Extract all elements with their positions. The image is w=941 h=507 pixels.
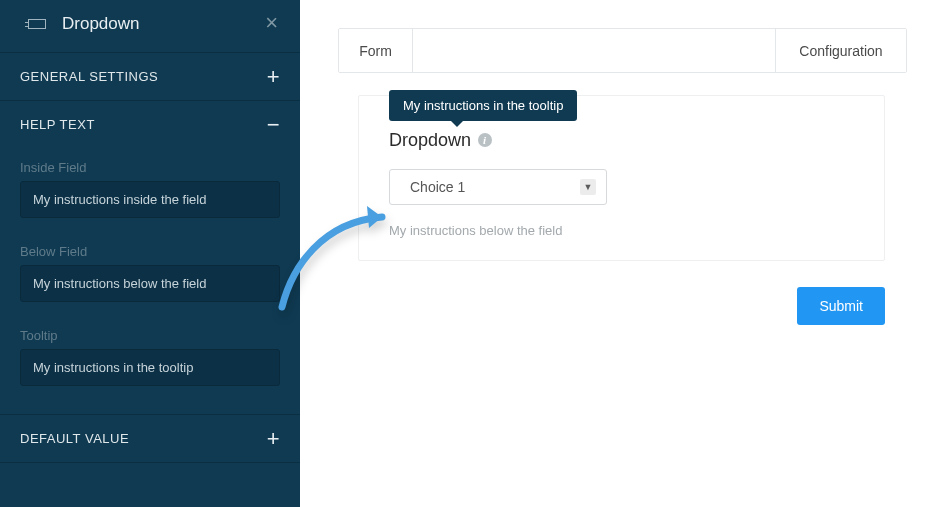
- expand-icon: +: [267, 70, 280, 84]
- info-icon[interactable]: i: [478, 133, 492, 147]
- below-field-label: Below Field: [0, 232, 300, 265]
- submit-button[interactable]: Submit: [797, 287, 885, 325]
- collapse-icon: −: [267, 118, 280, 132]
- dropdown-field-label: Dropdown: [389, 130, 471, 151]
- section-default-label: DEFAULT VALUE: [20, 431, 129, 446]
- section-default-header[interactable]: DEFAULT VALUE +: [0, 415, 300, 462]
- tab-bar: Form Configuration: [338, 28, 907, 73]
- section-help-text: HELP TEXT − Inside Field Below Field Too…: [0, 100, 300, 414]
- tab-form[interactable]: Form: [339, 29, 413, 72]
- tab-configuration[interactable]: Configuration: [776, 29, 906, 72]
- settings-sidebar: Dropdown × GENERAL SETTINGS + HELP TEXT …: [0, 0, 300, 507]
- section-general: GENERAL SETTINGS +: [0, 52, 300, 100]
- form-card: My instructions in the tooltip Dropdown …: [358, 95, 885, 261]
- tooltip-text: My instructions in the tooltip: [403, 98, 563, 113]
- inside-field-input[interactable]: [20, 181, 280, 218]
- tooltip-bubble: My instructions in the tooltip: [389, 90, 577, 121]
- sidebar-header: Dropdown ×: [0, 0, 300, 52]
- section-general-label: GENERAL SETTINGS: [20, 69, 158, 84]
- main-panel: Form Configuration My instructions in th…: [300, 0, 941, 507]
- section-default-value: DEFAULT VALUE +: [0, 414, 300, 463]
- tooltip-field-label: Tooltip: [0, 316, 300, 349]
- section-help-header[interactable]: HELP TEXT −: [0, 101, 300, 148]
- dropdown-selected-value: Choice 1: [410, 179, 465, 195]
- field-header: Dropdown i: [389, 130, 854, 151]
- tooltip-field-input[interactable]: [20, 349, 280, 386]
- inside-field-label: Inside Field: [0, 148, 300, 181]
- tab-spacer: [413, 29, 776, 72]
- below-field-input[interactable]: [20, 265, 280, 302]
- expand-icon: +: [267, 432, 280, 446]
- dropdown-select[interactable]: Choice 1 ▼: [389, 169, 607, 205]
- section-help-label: HELP TEXT: [20, 117, 95, 132]
- below-field-help-text: My instructions below the field: [389, 223, 854, 238]
- chevron-down-icon: ▼: [580, 179, 596, 195]
- sidebar-title: Dropdown: [62, 14, 140, 34]
- close-icon[interactable]: ×: [265, 10, 278, 36]
- field-type-icon: [28, 19, 46, 29]
- section-general-header[interactable]: GENERAL SETTINGS +: [0, 53, 300, 100]
